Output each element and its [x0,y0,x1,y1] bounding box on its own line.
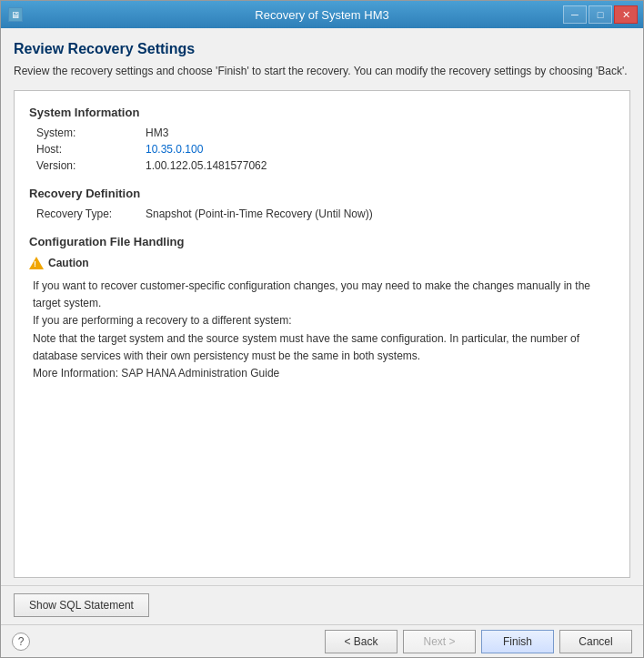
help-button[interactable]: ? [12,633,30,651]
system-value: HM3 [146,127,615,139]
recovery-definition-title: Recovery Definition [29,187,615,200]
window-icon: 🖥 [8,7,23,22]
sql-bar: Show SQL Statement [1,585,643,624]
sql-button-area: Show SQL Statement [14,593,149,617]
recovery-definition-section: Recovery Definition Recovery Type: Snaps… [29,187,615,220]
caution-label: Caution [48,257,89,269]
caution-body: If you want to recover customer-specific… [33,278,615,382]
version-value: 1.00.122.05.1481577062 [146,159,615,172]
recovery-type-label: Recovery Type: [36,208,146,220]
title-bar-left: 🖥 [8,7,23,22]
system-info-grid: System: HM3 Host: 10.35.0.100 Version: 1… [36,127,615,172]
minimize-button[interactable]: ─ [563,5,587,24]
title-bar-buttons: ─ □ ✕ [563,5,638,24]
version-label: Version: [36,159,146,172]
content-area: Review Recovery Settings Review the reco… [1,28,643,585]
page-title: Review Recovery Settings [14,41,630,57]
caution-icon [29,256,44,270]
system-label: System: [36,127,146,139]
config-handling-title: Configuration File Handling [29,235,615,248]
cancel-button[interactable]: Cancel [559,630,632,653]
config-handling-section: Configuration File Handling Caution If y… [29,235,615,382]
window-title: Recovery of System HM3 [255,8,388,22]
caution-line-4: More Information: SAP HANA Administratio… [33,367,279,380]
caution-row: Caution [29,256,615,270]
footer-bar: ? < Back Next > Finish Cancel [1,624,643,657]
recovery-type-value: Snapshot (Point-in-Time Recovery (Until … [146,208,615,220]
caution-line-3: Note that the target system and the sour… [33,332,579,362]
caution-line-2: If you are performing a recovery to a di… [33,314,292,327]
close-button[interactable]: ✕ [614,5,638,24]
main-window: 🖥 Recovery of System HM3 ─ □ ✕ Review Re… [0,0,644,658]
nav-buttons: < Back Next > Finish Cancel [325,630,632,653]
finish-button[interactable]: Finish [481,630,554,653]
caution-line-1: If you want to recover customer-specific… [33,279,590,309]
back-button[interactable]: < Back [325,630,397,653]
main-panel: System Information System: HM3 Host: 10.… [14,90,630,578]
maximize-button[interactable]: □ [589,5,612,24]
caution-triangle-icon [29,257,44,269]
show-sql-button[interactable]: Show SQL Statement [14,593,149,617]
title-bar: 🖥 Recovery of System HM3 ─ □ ✕ [1,1,643,28]
host-label: Host: [36,143,146,156]
system-information-section: System Information System: HM3 Host: 10.… [29,106,615,172]
page-subtitle: Review the recovery settings and choose … [14,63,630,79]
recovery-definition-grid: Recovery Type: Snapshot (Point-in-Time R… [36,208,615,220]
host-value: 10.35.0.100 [146,143,615,156]
next-button[interactable]: Next > [403,630,476,653]
system-info-title: System Information [29,106,615,119]
